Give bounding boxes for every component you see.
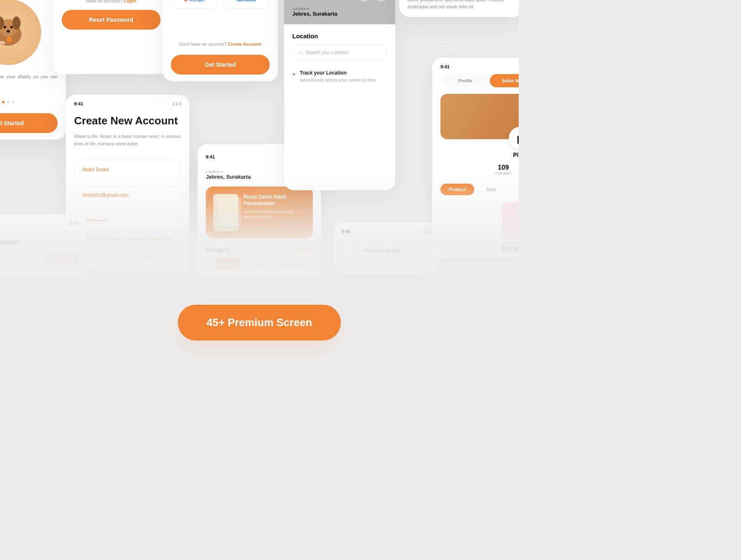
product-card[interactable]: RC Kitten $20,99 <box>502 202 519 252</box>
get-started-button[interactable]: Get Started <box>171 55 270 75</box>
reset-password-screen: Have an account? Login Reset Password <box>54 0 169 74</box>
status-time: 9:41 <box>74 101 83 106</box>
category-food[interactable]: Food <box>215 258 241 270</box>
category-heading: Category <box>206 247 231 253</box>
terms-row: ⦿ I Agree to the Terms of Service and Pr… <box>74 236 181 243</box>
svg-point-4 <box>4 26 6 28</box>
dog-illustration <box>0 0 41 65</box>
cta-pill: 45+ Premium Screen <box>178 305 341 341</box>
status-bar: 􀙇􀙈􀛨 <box>0 221 78 226</box>
wifi-icon: 􀙈 <box>176 101 178 106</box>
location-screen: 9:41 ⌕ ♡ Location ▾ Jebres, Surakarta Lo… <box>284 0 395 190</box>
search-icon[interactable]: ⌕ <box>358 0 370 2</box>
promo-product-image <box>213 194 238 231</box>
email-input[interactable]: Abduldul@gmail.com <box>74 185 181 205</box>
chevron-down-icon[interactable]: ▾ <box>221 170 223 174</box>
article-screen: PetApp .. Lorem ipsum dolor sit amet. Ma… <box>399 0 519 17</box>
view-all-link[interactable]: View All <box>297 279 313 284</box>
new-order-text: You Got New Order! <box>0 280 78 288</box>
terms-link[interactable]: Terms of Service <box>109 236 139 241</box>
promo-description: Get an interesting promo here, without c… <box>243 209 305 219</box>
signal-icon: 􀙇 <box>70 221 72 226</box>
promo-card[interactable]: Royal Canin Adult Pomeraniann Get an int… <box>206 187 313 238</box>
create-account-text: Don't have an account? Create Account <box>171 42 270 47</box>
promo-title: Royal Canin Adult Pomeraniann <box>243 194 305 207</box>
battery-icon: 􀛨 <box>179 101 181 106</box>
track-location-row[interactable]: ⌖ Track your Location automatically sele… <box>292 70 387 83</box>
notification-screen: 􀙇􀙈􀛨 Notification Seller Mode Activity› Y… <box>0 214 86 288</box>
password-input[interactable]: •••••••••• <box>74 211 181 231</box>
product-detail-screen: 9:41 􀙇􀙈􀛨 ‹ Product Detail ♡ <box>333 222 440 275</box>
shop-name: Pittashop <box>440 152 519 158</box>
bell-icon[interactable]: ♡ <box>375 0 387 2</box>
tab-sold[interactable]: Sold <box>478 184 505 195</box>
best-seller-heading: Best Seller <box>206 278 235 285</box>
category-toys[interactable]: Toys <box>245 258 270 270</box>
status-time: 9:41 <box>206 154 215 159</box>
have-account-text: Have an account? Login <box>62 0 161 3</box>
svg-point-6 <box>7 30 10 33</box>
facebook-login-button[interactable]: facebook <box>223 0 270 9</box>
product-price: $20,99 <box>502 245 519 252</box>
wifi-icon: 􀙈 <box>427 229 429 234</box>
location-title: Location <box>292 33 387 40</box>
back-icon[interactable]: ‹ <box>342 247 344 254</box>
product-image <box>502 202 519 239</box>
name-input[interactable]: Abdul Dudul <box>74 160 181 180</box>
google-icon: G <box>184 0 188 2</box>
track-location-title: Track your Location <box>300 70 376 76</box>
product-detail-title: Product Detail <box>364 247 401 254</box>
privacy-link[interactable]: Privacy Policy <box>149 236 174 241</box>
mode-toggle[interactable]: Profile Seller Mode <box>440 74 519 87</box>
have-account-text: Have an account? Login <box>74 255 181 260</box>
create-account-description: Water is life. Water is a basic human ne… <box>74 133 181 147</box>
chevron-down-icon: ▾ <box>308 7 309 11</box>
location-label: Location ▾ <box>292 7 387 11</box>
favorite-icon[interactable]: ♡ <box>421 245 432 256</box>
chevron-right-icon: › <box>77 271 78 276</box>
status-time: 9:41 <box>440 64 450 69</box>
pin-icon: ⌖ <box>292 71 296 83</box>
svg-point-5 <box>10 26 13 28</box>
wifi-icon: 􀙈 <box>73 221 75 226</box>
login-link[interactable]: Login <box>124 0 136 3</box>
shop-avatar[interactable]: p <box>509 127 519 149</box>
battery-icon: 􀛨 <box>77 221 78 226</box>
activity-row[interactable]: Activity› <box>0 267 78 280</box>
svg-point-3 <box>12 16 21 30</box>
search-icon: ⌕ <box>299 50 302 55</box>
login-link[interactable]: Login <box>140 255 153 260</box>
track-location-description: automatically selects your current locat… <box>300 77 376 83</box>
get-started-button[interactable]: Get Started <box>0 113 58 133</box>
location-value: Jebres, Surakarta <box>292 11 387 17</box>
tab-product[interactable]: Product <box>440 184 474 195</box>
article-body: Lorem ipsum dolor sit amet. Maecenas int… <box>408 0 515 10</box>
reset-password-button[interactable]: Reset Password <box>62 10 161 30</box>
signal-icon: 􀙇 <box>173 101 175 106</box>
category-accessories[interactable]: Accesories <box>274 258 313 270</box>
followers-stat[interactable]: 109 Followers <box>495 164 511 175</box>
svg-point-7 <box>6 37 12 42</box>
status-time: 9:41 <box>342 229 351 234</box>
product-name: RC Kitten <box>502 241 519 245</box>
notification-title: Notification <box>0 239 78 245</box>
seller-mode-badge[interactable]: Seller Mode <box>44 253 78 263</box>
create-account-link[interactable]: Create Account <box>228 42 261 47</box>
swap-icon[interactable]: ⇄ <box>206 261 211 267</box>
pagination-dots <box>0 98 58 105</box>
view-all-link[interactable]: View All <box>297 248 313 252</box>
login-screen: Abduldul@gmail.com •••••••••• or G Googl… <box>163 0 278 81</box>
status-bar: 9:41 􀙇􀙈􀛨 <box>74 101 181 106</box>
tab-seller-mode[interactable]: Seller Mode <box>490 74 519 87</box>
create-account-title: Create New Account <box>74 114 181 127</box>
profile-banner: p <box>440 94 519 139</box>
tab-profile[interactable]: Profile <box>440 74 490 87</box>
search-location-input[interactable]: ⌕ Search your Location <box>292 44 387 60</box>
google-login-button[interactable]: G Google <box>171 0 218 9</box>
profile-screen: 9:41 􀙇􀙈􀛨 Profile Seller Mode p Pittashop… <box>432 58 519 259</box>
onboarding-description: promos here, register your diately so yo… <box>0 73 58 88</box>
signal-icon: 􀙇 <box>424 229 426 234</box>
